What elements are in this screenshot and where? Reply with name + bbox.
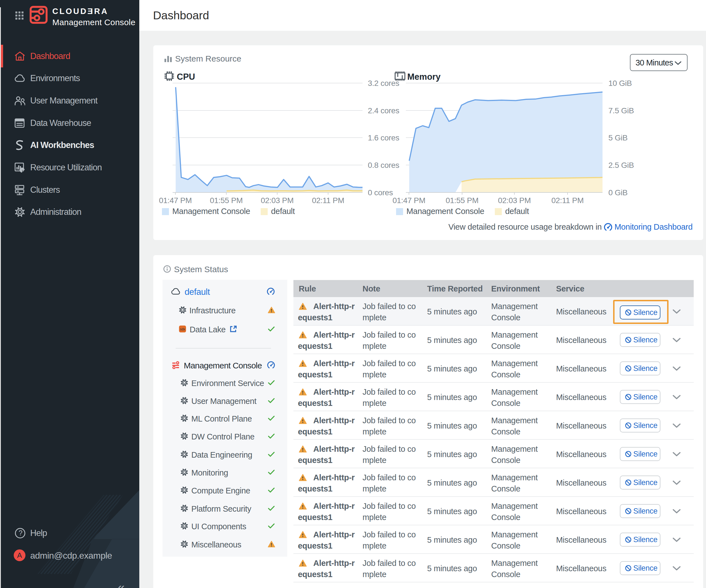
svg-text:02:03 PM: 02:03 PM: [498, 196, 531, 205]
svg-text:?: ?: [19, 529, 23, 537]
svg-text:Management Console: Management Console: [172, 207, 250, 216]
svg-text:01:55 PM: 01:55 PM: [445, 196, 478, 205]
svg-text:Management Console: Management Console: [406, 207, 484, 216]
svg-text:2.5 GiB: 2.5 GiB: [609, 161, 634, 169]
svg-text:0 cores: 0 cores: [368, 188, 393, 197]
svg-text:2.4 cores: 2.4 cores: [368, 106, 399, 115]
svg-text:02:03 PM: 02:03 PM: [261, 196, 293, 205]
svg-text:01:55 PM: 01:55 PM: [210, 196, 242, 205]
svg-text:02:11 PM: 02:11 PM: [312, 196, 344, 205]
svg-text:3.2 cores: 3.2 cores: [368, 79, 399, 87]
svg-text:1.6 cores: 1.6 cores: [368, 133, 399, 142]
svg-text:0 GiB: 0 GiB: [609, 188, 628, 197]
svg-text:7.5 GiB: 7.5 GiB: [609, 106, 634, 115]
svg-text:default: default: [505, 207, 529, 216]
svg-text:02:11 PM: 02:11 PM: [551, 196, 584, 205]
svg-text:01:47 PM: 01:47 PM: [392, 196, 425, 205]
svg-text:sdx: sdx: [180, 327, 185, 331]
svg-text:0.8 cores: 0.8 cores: [368, 161, 399, 169]
svg-text:01:47 PM: 01:47 PM: [159, 196, 192, 205]
svg-text:5 GiB: 5 GiB: [609, 133, 628, 142]
svg-text:10 GiB: 10 GiB: [609, 79, 632, 87]
svg-text:default: default: [271, 207, 295, 216]
